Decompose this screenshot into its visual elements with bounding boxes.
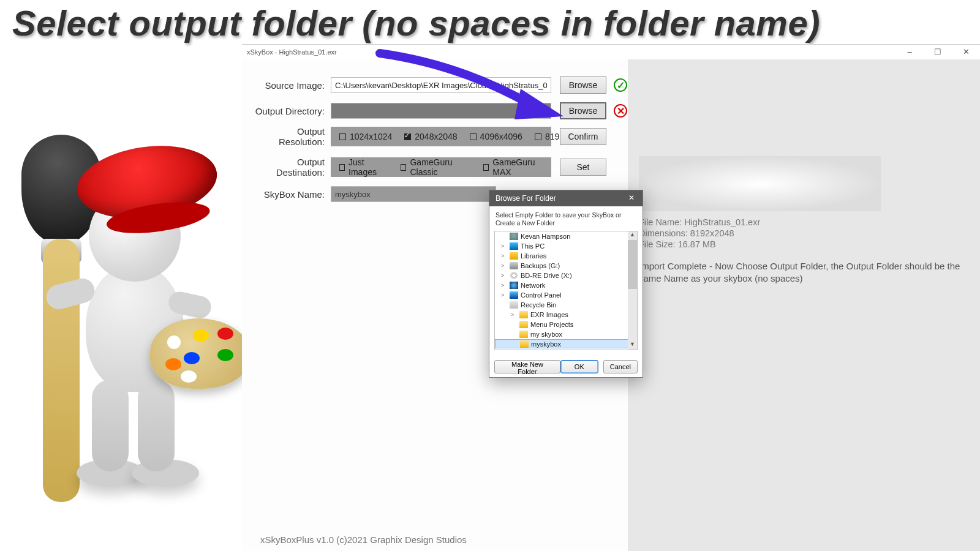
window-close-button[interactable]: ✕ [952,45,980,59]
pc-icon [510,242,518,250]
bin-icon [510,301,518,309]
tree-item[interactable]: >EXR Images [495,310,637,320]
expand-icon[interactable]: > [501,290,507,300]
preview-pane: File Name: HighStratus_01.exr Dimensions… [628,59,980,551]
resolution-2048[interactable]: 2048x2048 [404,132,457,141]
tree-item-label: Network [521,280,545,290]
expand-icon[interactable]: > [501,241,507,251]
tree-item[interactable]: Recycle Bin [495,300,637,310]
dest-gameguru-classic[interactable]: GameGuru Classic [401,157,467,177]
preview-thumbnail [639,156,881,211]
dialog-titlebar[interactable]: Browse For Folder ✕ [489,190,643,206]
tree-item-label: myskybox [531,339,561,349]
tree-scroll-down[interactable]: ▼ [628,341,637,350]
instruction-headline: Select output folder (no spaces in folde… [12,2,820,43]
make-new-folder-button[interactable]: Make New Folder [494,360,560,373]
tree-item-label: Recycle Bin [521,300,556,310]
resolution-strip: 1024x1024 2048x2048 4096x4096 8192x8192 [331,127,551,146]
tree-item-label: my skybox [530,329,562,339]
dialog-title: Browse For Folder [496,194,556,203]
window-maximize-button[interactable]: ☐ [924,45,952,59]
tree-item[interactable]: >Libraries [495,251,637,261]
tree-item-label: This PC [521,241,545,251]
user-icon [510,233,518,240]
tree-item-label: Backups (G:) [521,261,560,271]
tree-item-label: EXR Images [530,310,568,320]
folder-icon [519,311,528,318]
expand-icon[interactable]: > [501,271,507,280]
output-browse-button[interactable]: Browse [560,102,606,119]
expand-icon[interactable]: > [511,310,517,320]
tree-item[interactable]: Kevan Hampson [495,231,637,241]
source-image-label: Source Image: [251,80,331,91]
resolution-confirm-button[interactable]: Confirm [560,128,606,145]
cp-icon [510,291,518,299]
window-titlebar[interactable]: xSkyBox - HighStratus_01.exr – ☐ ✕ [242,45,980,59]
tree-item-label: BD-RE Drive (X:) [521,271,572,280]
footer-version: xSkyBoxPlus v1.0 (c)2021 Graphix Design … [260,534,467,545]
tree-item[interactable]: >This PC [495,241,637,251]
destination-strip: Just Images GameGuru Classic GameGuru MA… [331,157,551,177]
destination-set-button[interactable]: Set [560,159,606,176]
tree-scroll-up[interactable]: ▲ [628,231,637,240]
output-directory-field[interactable] [331,103,551,119]
tree-item[interactable]: >Control Panel [495,290,637,300]
filesize-line: File Size: 16.87 MB [639,239,969,249]
skybox-name-label: SkyBox Name: [251,189,331,200]
net-icon [510,282,518,289]
import-complete-message: Import Complete - Now Choose Output Fold… [639,260,969,285]
dest-gameguru-max[interactable]: GameGuru MAX [483,157,543,177]
source-browse-button[interactable]: Browse [560,77,606,94]
tree-item-label: Menu Projects [530,320,573,329]
expand-icon[interactable]: > [501,261,507,271]
tree-item[interactable]: my skybox [495,329,637,339]
tree-item[interactable]: >Network [495,280,637,290]
folder-tree[interactable]: Kevan Hampson>This PC>Libraries>Backups … [494,231,638,350]
tree-scroll-thumb[interactable] [628,240,637,289]
window-title: xSkyBox - HighStratus_01.exr [247,48,337,56]
x-icon: ✕ [614,104,627,118]
tree-item-label: Control Panel [521,290,562,300]
dimensions-line: Dimensions: 8192x2048 [639,228,969,238]
output-destination-label: Output Destination: [251,157,331,178]
expand-icon[interactable]: > [501,280,507,290]
mascot-illustration [9,116,236,496]
dialog-ok-button[interactable]: OK [560,360,598,373]
folder-icon [520,340,529,348]
tree-item[interactable]: >Backups (G:) [495,261,637,271]
expand-icon[interactable]: > [501,251,507,261]
dialog-close-button[interactable]: ✕ [624,192,639,204]
dest-just-images[interactable]: Just Images [339,157,385,177]
source-image-field[interactable] [331,77,551,93]
tree-item[interactable]: myskybox [495,339,637,348]
tree-item[interactable]: >BD-RE Drive (X:) [495,271,637,280]
skybox-name-field[interactable] [331,186,496,202]
dialog-prompt: Select Empty Folder to save your SkyBox … [489,206,643,231]
browse-folder-dialog: Browse For Folder ✕ Select Empty Folder … [489,190,643,378]
folder-icon [519,331,528,338]
tree-item-label: Libraries [521,251,546,261]
output-directory-label: Output Directory: [251,106,331,116]
dialog-cancel-button[interactable]: Cancel [603,360,638,373]
disc-icon [510,272,518,279]
resolution-4096[interactable]: 4096x4096 [470,132,522,141]
tree-item-label: Kevan Hampson [521,231,570,241]
file-name-line: File Name: HighStratus_01.exr [639,217,969,227]
drive-icon [510,262,518,269]
output-resolution-label: Output Resolution: [251,126,331,147]
window-minimize-button[interactable]: – [895,45,924,59]
folder-icon [519,321,528,328]
lib-icon [510,252,518,260]
check-icon: ✓ [614,78,627,92]
tree-item[interactable]: Menu Projects [495,320,637,329]
resolution-1024[interactable]: 1024x1024 [339,132,392,141]
